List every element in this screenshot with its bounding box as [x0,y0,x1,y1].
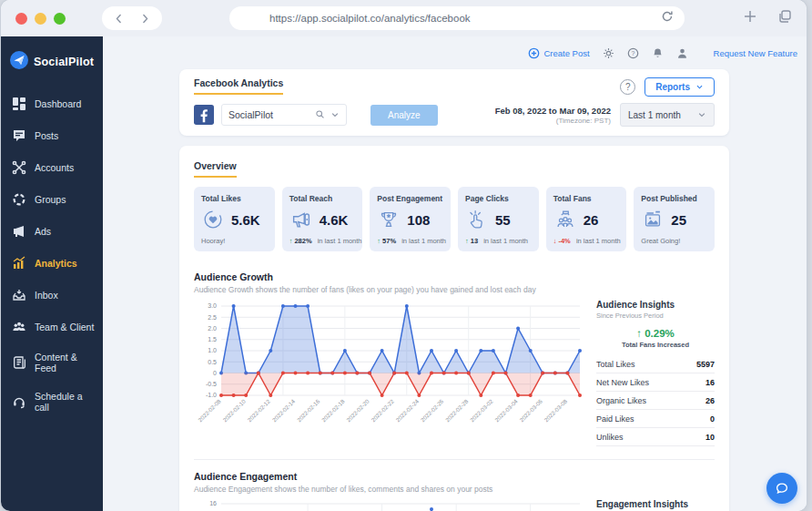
address-bar[interactable]: https://app.socialpilot.co/analytics/fac… [229,6,685,30]
schedule-icon [12,394,26,409]
likes-icon [201,208,225,231]
analytics-icon [12,256,26,271]
audience-engagement-chart-svg: 16141210864202022-02-082022-02-102022-02… [194,499,587,511]
close-window-button[interactable] [15,13,27,25]
stat-cards-row: Total Likes 5.6K Hooray! Total Reach 4.6… [194,187,715,251]
svg-text:2022-03-06: 2022-03-06 [518,397,543,423]
stat-card-total-reach[interactable]: Total Reach 4.6K ↑282% in last 1 month [282,187,363,251]
svg-text:1.5: 1.5 [208,336,217,342]
request-new-feature-link[interactable]: Request New Feature [714,48,797,58]
svg-text:1.0: 1.0 [208,347,217,353]
audience-growth-chart: 3.02.52.01.51.00.50-0.5-1.02022-02-08202… [194,300,587,446]
svg-text:2022-02-28: 2022-02-28 [444,397,470,423]
sidebar-item-inbox[interactable]: Inbox [1,279,103,311]
stat-card-post-published[interactable]: Post Published 25 Great Going! [634,187,715,251]
svg-text:0: 0 [213,370,217,376]
insights-rows: Total Likes 5597 Net New Likes 16 Organi… [596,355,715,446]
account-select[interactable]: SocialPilot [221,104,347,126]
reload-icon[interactable] [661,10,674,26]
main-area: Create Post ? Request New Feature Facebo… [103,36,807,511]
reports-button[interactable]: Reports [645,77,715,97]
audience-growth-section: Audience Growth Audience Growth shows th… [194,271,715,446]
svg-text:2022-02-10: 2022-02-10 [221,397,247,423]
gear-icon[interactable] [603,47,614,59]
dashboard-icon [12,97,26,111]
svg-text:2022-03-02: 2022-03-02 [469,397,494,423]
stat-card-post-engagement[interactable]: Post Engagement 108 ↑57% in last 1 month [370,187,451,251]
sidebar-item-schedule-a-call[interactable]: Schedule a call [1,382,103,421]
clicks-icon [465,208,489,231]
svg-text:2.0: 2.0 [208,325,217,332]
svg-text:2022-02-14: 2022-02-14 [270,397,296,423]
svg-text:2022-02-08: 2022-02-08 [197,397,222,423]
svg-text:2022-02-26: 2022-02-26 [420,397,445,423]
request-new-feature-label: Request New Feature [714,48,797,58]
utility-bar: Create Post ? Request New Feature [103,44,807,62]
section-title: Audience Engagement [194,471,715,482]
ads-icon [12,224,26,239]
sidebar-item-dashboard[interactable]: Dashboard [1,87,103,119]
stat-footer: Great Going! [641,237,707,245]
svg-text:2022-03-08: 2022-03-08 [543,397,568,423]
svg-text:2022-02-12: 2022-02-12 [246,397,271,423]
user-icon[interactable] [676,47,688,59]
stat-card-total-fans[interactable]: Total Fans 26 ↓-4% in last 1 month [546,187,627,251]
period-select[interactable]: Last 1 month [620,103,715,127]
engagement-icon [377,208,401,231]
minimize-window-button[interactable] [35,13,46,25]
brand-name: SocialPilot [34,56,94,68]
back-icon[interactable] [113,13,125,25]
chat-icon [774,480,790,496]
svg-text:-1.0: -1.0 [206,392,217,398]
search-icon [315,107,325,123]
analytics-header-card: Facebook Analytics ? Reports [179,69,729,136]
stat-footer: ↓-4% in last 1 month [553,237,620,245]
svg-text:?: ? [631,49,634,56]
insight-row-net-new-likes: Net New Likes 16 [596,373,715,392]
chat-button[interactable] [766,473,797,504]
svg-text:2022-02-24: 2022-02-24 [394,397,420,423]
sidebar-item-team-client[interactable]: Team & Client [1,311,103,342]
tab-overview[interactable]: Overview [194,160,237,178]
svg-text:0.5: 0.5 [208,359,217,365]
analytics-main-card: Overview Total Likes 5.6K Hooray! Total … [179,146,729,511]
sidebar-item-analytics[interactable]: Analytics [1,247,103,279]
sidebar-item-content-feed[interactable]: Content & Feed [1,342,103,382]
content-icon [12,355,26,370]
brand[interactable]: SocialPilot [1,47,103,87]
insight-row-total-likes: Total Likes 5597 [596,355,715,373]
sidebar-item-posts[interactable]: Posts [1,119,103,151]
analyze-button[interactable]: Analyze [370,105,438,126]
tab-facebook-analytics[interactable]: Facebook Analytics [194,77,283,95]
new-tab-icon[interactable] [743,9,757,27]
chevron-down-icon [695,83,704,91]
svg-text:-0.5: -0.5 [206,381,217,387]
bell-icon[interactable] [652,47,664,59]
down-arrow-icon: ↓ [553,237,557,245]
sidebar-item-ads[interactable]: Ads [1,215,103,247]
date-range-block: Feb 08, 2022 to Mar 09, 2022 (Timezone: … [495,106,611,125]
maximize-window-button[interactable] [54,13,66,25]
stat-footer: ↑282% in last 1 month [289,237,356,245]
insights-delta-label: Total Fans Increased [596,341,715,349]
socialpilot-logo-icon [10,51,28,73]
forward-icon[interactable] [139,13,151,25]
up-arrow-icon: ↑ [377,237,381,245]
svg-text:3.0: 3.0 [208,302,217,309]
stat-card-total-likes[interactable]: Total Likes 5.6K Hooray! [194,187,275,251]
svg-text:16: 16 [209,500,217,506]
sidebar-item-groups[interactable]: Groups [1,183,103,215]
help-icon[interactable]: ? [627,47,639,59]
svg-text:2022-02-20: 2022-02-20 [345,397,370,423]
up-arrow-icon: ↑ [465,237,469,245]
sidebar-item-accounts[interactable]: Accounts [1,151,103,183]
insight-row-paid-likes: Paid Likes 0 [596,410,715,428]
url-text[interactable]: https://app.socialpilot.co/analytics/fac… [269,13,661,24]
reach-icon [289,208,313,231]
stat-card-page-clicks[interactable]: Page Clicks 55 ↑13 in last 1 month [458,187,539,251]
sidebar-nav: Dashboard Posts Accounts Groups Ads Anal… [1,87,103,421]
help-circle-icon[interactable]: ? [620,79,635,95]
create-post-button[interactable]: Create Post [528,47,589,59]
tabs-icon[interactable] [777,9,792,27]
stat-footer: Hooray! [201,237,268,245]
